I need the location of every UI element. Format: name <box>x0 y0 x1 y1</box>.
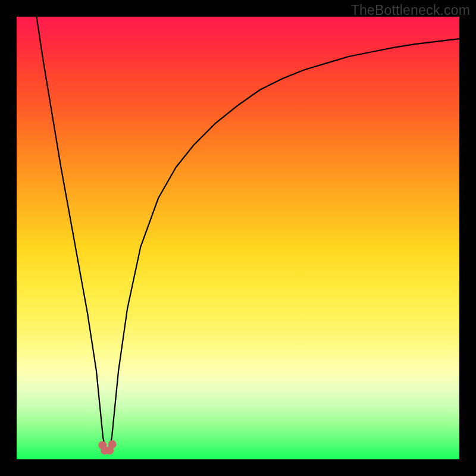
curve-layer <box>17 17 459 459</box>
plot-area <box>17 17 459 459</box>
watermark-text: TheBottleneck.com <box>351 2 470 18</box>
marker-group <box>98 440 116 455</box>
bottleneck-curve <box>36 17 459 450</box>
chart-frame: TheBottleneck.com <box>0 0 476 476</box>
curve-marker <box>108 440 117 449</box>
